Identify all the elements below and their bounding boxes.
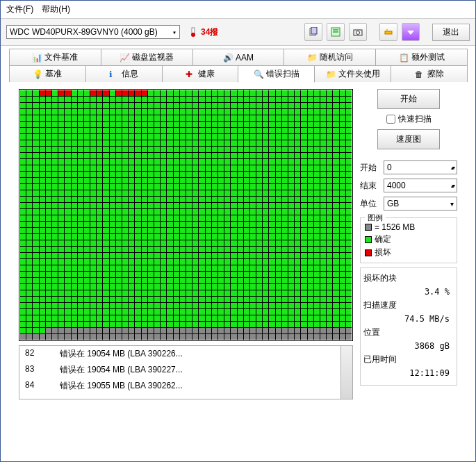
copy-text-button[interactable] <box>304 23 322 41</box>
grid-cell <box>256 253 262 258</box>
grid-cell <box>308 178 313 183</box>
options-button[interactable] <box>379 23 397 41</box>
start-input[interactable]: 0 <box>384 160 457 174</box>
grid-cell <box>250 240 256 246</box>
exit-button[interactable]: 退出 <box>432 24 470 41</box>
grid-cell <box>276 109 281 115</box>
start-button[interactable]: 开始 <box>377 89 440 109</box>
grid-cell <box>110 297 115 302</box>
grid-cell <box>33 147 38 152</box>
grid-cell <box>72 97 77 102</box>
tab-extra-test[interactable]: 📋额外测试 <box>375 49 468 65</box>
grid-cell <box>256 103 262 108</box>
grid-cell <box>314 284 320 290</box>
grid-cell <box>192 328 198 333</box>
log-row[interactable]: 84错误在 19055 MB (LBA 390262... <box>19 378 352 394</box>
grid-cell <box>327 190 332 196</box>
grid-cell <box>154 165 160 171</box>
grid-cell <box>199 215 204 221</box>
tab-error-scan[interactable]: 🔍错误扫描 <box>238 65 315 83</box>
unit-select[interactable]: GB <box>384 197 457 211</box>
grid-cell <box>333 209 338 215</box>
grid-cell <box>346 103 352 108</box>
grid-cell <box>72 228 77 233</box>
grid-cell <box>90 234 96 240</box>
grid-cell <box>295 197 300 202</box>
log-row[interactable]: 82错误在 19054 MB (LBA 390226... <box>19 346 352 362</box>
grid-cell <box>340 297 345 302</box>
grid-cell <box>192 222 198 227</box>
grid-cell <box>148 222 154 227</box>
grid-cell <box>301 172 306 177</box>
grid-cell <box>218 297 224 302</box>
grid-cell <box>148 140 154 146</box>
tab-benchmark[interactable]: 💡基准 <box>9 65 86 82</box>
grid-cell <box>129 315 134 321</box>
tab-erase[interactable]: 🗑擦除 <box>391 65 468 82</box>
screenshot-button[interactable] <box>349 23 367 41</box>
grid-cell <box>231 190 236 196</box>
grid-cell <box>116 165 122 171</box>
grid-cell <box>58 297 64 302</box>
grid-cell <box>122 147 128 152</box>
grid-cell <box>269 172 274 177</box>
grid-cell <box>148 297 154 302</box>
log-row[interactable]: 83错误在 19054 MB (LBA 390227... <box>19 362 352 378</box>
down-arrow-button[interactable] <box>402 23 420 41</box>
grid-cell <box>167 228 172 233</box>
grid-cell <box>135 153 140 158</box>
grid-cell <box>180 315 186 321</box>
grid-cell <box>33 134 38 140</box>
grid-cell <box>161 334 166 340</box>
grid-cell <box>320 303 326 308</box>
grid-cell <box>212 265 218 271</box>
speed-map-button[interactable]: 速度图 <box>377 129 440 149</box>
menu-file[interactable]: 文件(F) <box>6 3 33 15</box>
grid-cell <box>148 234 154 240</box>
quick-scan-checkbox[interactable]: 快速扫描 <box>360 113 457 125</box>
grid-cell <box>154 334 160 340</box>
grid-cell <box>199 165 204 171</box>
grid-cell <box>282 322 288 327</box>
grid-cell <box>314 153 320 158</box>
grid-cell <box>288 222 294 227</box>
grid-cell <box>269 90 274 96</box>
grid-cell <box>282 303 288 308</box>
grid-cell <box>333 178 338 183</box>
grid-cell <box>244 115 249 121</box>
grid-cell <box>97 184 102 190</box>
tab-info[interactable]: ℹ信息 <box>85 65 163 82</box>
grid-cell <box>231 284 236 290</box>
tab-random-access[interactable]: 📁随机访问 <box>284 49 376 65</box>
grid-cell <box>122 165 128 171</box>
grid-cell <box>78 147 83 152</box>
grid-cell <box>58 140 64 146</box>
grid-cell <box>320 222 326 227</box>
grid-cell <box>333 284 338 290</box>
grid-cell <box>276 303 281 308</box>
end-input[interactable]: 4000 <box>384 179 457 192</box>
grid-cell <box>116 334 122 340</box>
tab-disk-monitor[interactable]: 📈磁盘监视器 <box>101 49 193 65</box>
grid-cell <box>199 172 204 177</box>
menu-help[interactable]: 帮助(H) <box>42 3 70 15</box>
tab-file-benchmark[interactable]: 📊文件基准 <box>9 49 101 65</box>
grid-cell <box>199 334 204 340</box>
grid-cell <box>161 165 166 171</box>
grid-cell <box>26 153 32 158</box>
tab-folder-usage[interactable]: 📁文件夹使用 <box>314 65 391 82</box>
grid-cell <box>231 159 236 165</box>
grid-cell <box>346 309 352 315</box>
copy-info-button[interactable] <box>327 23 345 41</box>
error-log[interactable]: 82错误在 19054 MB (LBA 390226...83错误在 19054… <box>19 345 353 399</box>
grid-cell <box>212 290 218 296</box>
grid-cell <box>20 265 26 271</box>
tab-aam[interactable]: 🔊AAM <box>192 49 285 65</box>
grid-cell <box>250 222 256 227</box>
grid-cell <box>116 215 122 221</box>
grid-cell <box>78 222 83 227</box>
drive-select[interactable]: WDC WD40PURX-89GVNY0 (4000 gB) <box>6 25 180 39</box>
tab-health[interactable]: ✚健康 <box>162 65 239 82</box>
grid-cell <box>20 184 26 190</box>
stats-panel: 损坏的块 3.4 % 扫描速度 74.5 MB/s 位置 3868 gB 已用时… <box>360 267 457 386</box>
